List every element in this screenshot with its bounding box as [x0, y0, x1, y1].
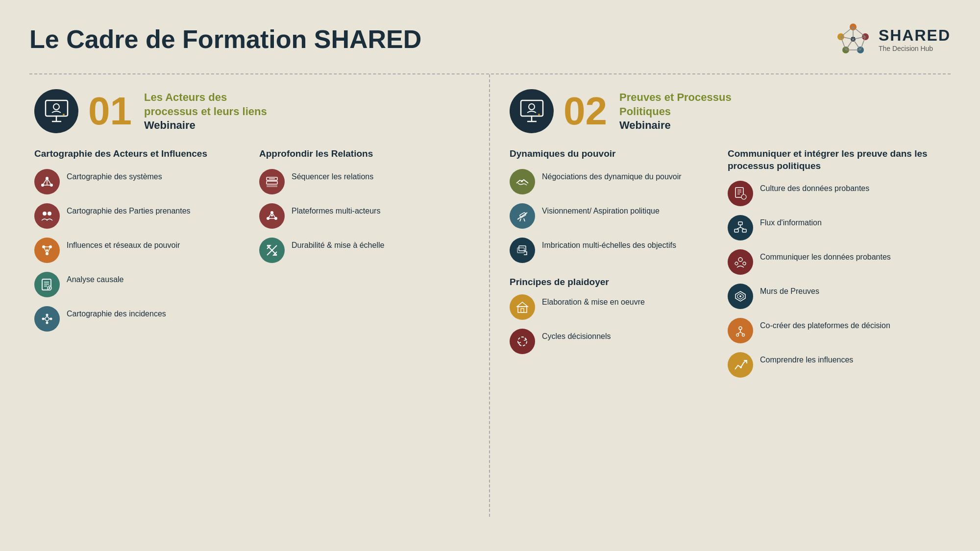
svg-rect-88: [738, 222, 742, 225]
subsection-label: Principes de plaidoyer: [510, 277, 718, 287]
svg-rect-55: [267, 185, 277, 187]
svg-point-44: [45, 317, 49, 321]
item-text: Cartographie des systèmes: [67, 169, 162, 182]
main-grid: 01 Les Acteurs des processus et leurs li…: [29, 73, 951, 517]
list-item: Durabilité & mise à échelle: [259, 238, 474, 263]
item-text: Cartographie des incidences: [67, 306, 166, 319]
item-text: Visionnement/ Aspiration politique: [542, 203, 660, 216]
col2-title-s2: Communiquer et intégrer les preuve dans …: [728, 148, 936, 172]
item-icon-influences: [34, 238, 60, 263]
people-icon: [40, 209, 54, 223]
item-text: Durabilité & mise à échelle: [292, 238, 384, 251]
item-text: Cartographie des Parties prenantes: [67, 203, 191, 216]
doc-icon: [40, 277, 54, 292]
col1-title: Cartographie des Acteurs et Influences: [34, 148, 249, 160]
svg-point-28: [43, 212, 47, 216]
list-item: Comprendre les influences: [728, 352, 936, 378]
group-icon: [733, 255, 748, 269]
monitor-icon-2: [518, 98, 545, 125]
list-item: Elaboration & mise en oeuvre: [510, 294, 718, 320]
svg-point-106: [740, 366, 742, 368]
svg-line-6: [853, 27, 865, 37]
section-2-label: Webinaire: [619, 119, 757, 132]
webinar-1-icon: [34, 89, 78, 133]
list-item: Co-créer des plateformes de décision: [728, 318, 936, 343]
section-2-subtitle: Preuves et Processus Politiques: [619, 91, 757, 119]
network-icon: [40, 174, 54, 189]
section-1-subtitle: Les Acteurs des processus et leurs liens: [144, 91, 281, 119]
svg-point-70: [538, 114, 540, 116]
item-text: Murs de Preuves: [760, 284, 819, 297]
svg-rect-73: [519, 212, 526, 217]
layers-icon: [515, 243, 530, 258]
item-icon-vision: [510, 203, 535, 229]
item-text: Plateformes multi-acteurs: [292, 203, 380, 216]
item-icon-imbrication: [510, 238, 535, 263]
logo-text: SHARED The Decision Hub: [879, 26, 951, 52]
section-1: 01 Les Acteurs des processus et leurs li…: [29, 74, 490, 517]
item-icon-causale: [34, 272, 60, 297]
svg-point-84: [741, 194, 746, 199]
item-icon-cocreer: [728, 318, 753, 343]
svg-line-74: [520, 218, 521, 221]
layers-stack-icon: [733, 289, 748, 304]
section-1-header: 01 Les Acteurs des processus et leurs li…: [34, 89, 474, 133]
svg-marker-79: [517, 302, 528, 307]
handshake-icon: [515, 174, 530, 189]
svg-point-36: [46, 249, 48, 251]
svg-rect-54: [267, 181, 277, 184]
multi-actor-icon: [265, 209, 279, 223]
logo-subtitle: The Decision Hub: [879, 45, 951, 52]
item-text: Comprendre les influences: [760, 352, 853, 365]
svg-rect-66: [521, 100, 543, 116]
item-icon-flux: [728, 215, 753, 240]
report-icon: [733, 186, 748, 201]
svg-point-71: [521, 180, 523, 182]
svg-line-10: [841, 27, 853, 37]
svg-line-93: [740, 227, 744, 229]
svg-line-13: [853, 39, 860, 50]
svg-point-104: [736, 334, 739, 336]
section-1-col1: Cartographie des Acteurs et Influences: [34, 148, 249, 507]
cycle-icon: [515, 334, 530, 349]
list-item: Flux d'information: [728, 215, 936, 240]
section-2-title-block: Preuves et Processus Politiques Webinair…: [619, 91, 757, 131]
svg-line-25: [47, 178, 51, 185]
list-item: Murs de Preuves: [728, 284, 936, 309]
webinar-2-icon: [510, 89, 554, 133]
item-icon-durabilite: [259, 238, 285, 263]
page: Le Cadre de Formation SHARED: [0, 0, 980, 551]
logo-name: SHARED: [879, 26, 951, 45]
item-text: Co-créer des plateformes de décision: [760, 318, 890, 331]
list-item: Négociations des dynamique du pouvoir: [510, 169, 718, 194]
svg-line-92: [736, 227, 740, 229]
section-2: 02 Preuves et Processus Politiques Webin…: [490, 74, 951, 517]
section-2-header: 02 Preuves et Processus Politiques Webin…: [510, 89, 936, 133]
list-item: Plateformes multi-acteurs: [259, 203, 474, 229]
list-item: Cartographie des incidences: [34, 306, 249, 332]
section-2-number: 02: [564, 92, 607, 131]
list-item: Imbrication multi-échelles des objectifs: [510, 238, 718, 263]
item-icon-plateformes: [259, 203, 285, 229]
item-icon-communiquer: [728, 249, 753, 275]
svg-point-94: [738, 258, 742, 262]
item-text: Imbrication multi-échelles des objectifs: [542, 238, 676, 251]
telescope-icon: [515, 209, 530, 223]
item-icon-seq: [259, 169, 285, 194]
hierarchy-icon: [733, 220, 748, 235]
list-item: Communiquer les données probantes: [728, 249, 936, 275]
item-text: Culture des données probantes: [760, 181, 869, 194]
svg-point-100: [739, 327, 742, 330]
list-item: Analyse causale: [34, 272, 249, 297]
logo: SHARED The Decision Hub: [833, 20, 951, 59]
item-icon-parties: [34, 203, 60, 229]
svg-point-29: [48, 212, 51, 216]
monitor-icon-1: [43, 98, 70, 125]
svg-rect-16: [46, 100, 68, 116]
section-1-number: 01: [88, 92, 132, 131]
list-item: Visionnement/ Aspiration politique: [510, 203, 718, 229]
col1-title-s2: Dynamiques du pouvoir: [510, 148, 718, 160]
svg-point-63: [271, 215, 273, 216]
gear-network-icon: [40, 311, 54, 326]
svg-line-24: [43, 178, 47, 185]
